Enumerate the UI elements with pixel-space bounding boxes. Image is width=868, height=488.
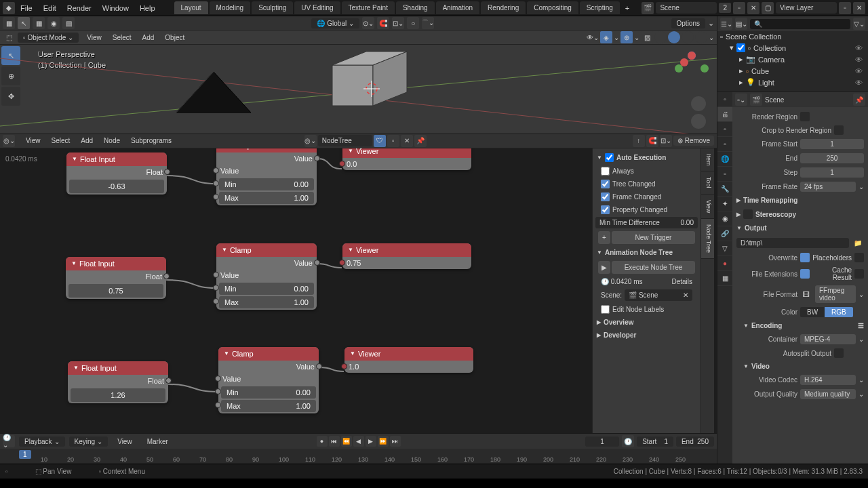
output-section[interactable]: Output xyxy=(745,224,767,232)
auto-exec-checkbox[interactable] xyxy=(605,153,614,162)
jump-end-icon[interactable]: ⏭ xyxy=(390,436,401,447)
node-menu-add[interactable]: Add xyxy=(75,134,98,147)
props-tab-world[interactable]: 🌐 xyxy=(717,152,732,167)
outliner-search[interactable]: 🔍 xyxy=(750,19,850,29)
edit-labels-checkbox[interactable] xyxy=(601,305,610,314)
pan-icon[interactable] xyxy=(691,114,706,129)
gizmo-toggle-icon[interactable]: ◈ xyxy=(600,31,612,43)
node[interactable]: ▼Float InputFloat1.26 xyxy=(68,361,168,403)
editor-type-outliner-icon[interactable]: ☰⌄ xyxy=(720,18,732,30)
collapse-icon[interactable]: ▼ xyxy=(597,155,602,161)
solid-shading-icon[interactable] xyxy=(668,31,680,43)
tab-texture-paint[interactable]: Texture Paint xyxy=(342,1,395,14)
tree-item-light[interactable]: ▸💡Light👁 xyxy=(717,77,868,88)
tab-compositing[interactable]: Compositing xyxy=(527,1,578,14)
node-menu-select[interactable]: Select xyxy=(46,134,76,147)
snap-node-mode-icon[interactable]: ⊡⌄ xyxy=(660,135,672,147)
output-path-field[interactable]: D:\tmp\ xyxy=(736,238,849,248)
menu-file[interactable]: File xyxy=(15,1,38,15)
scene-delete-icon[interactable]: ✕ xyxy=(747,2,760,14)
menu-edit[interactable]: Edit xyxy=(38,1,62,15)
start-frame-field[interactable]: Start 1 xyxy=(637,436,673,447)
props-tab-texture[interactable]: ▦ xyxy=(717,271,732,286)
pivot-icon[interactable]: ⊙⌄ xyxy=(362,17,374,29)
min-time-diff-field[interactable]: Min Time Difference0.00 xyxy=(595,217,698,228)
node[interactable]: ▼Float InputFloat-0.63 xyxy=(66,152,167,195)
vtab-tool[interactable]: Tool xyxy=(701,171,714,195)
close-icon[interactable]: ✕ xyxy=(683,291,688,299)
vp-menu-view[interactable]: View xyxy=(81,31,107,44)
frame-changed-checkbox[interactable] xyxy=(601,192,610,201)
time-remap-section[interactable]: Time Remapping xyxy=(743,197,797,204)
props-tab-scene[interactable]: ▫ xyxy=(717,137,732,152)
tree-collection[interactable]: ▾▫Collection👁 xyxy=(717,42,868,54)
select-circle-icon[interactable]: ◉ xyxy=(47,17,60,29)
jump-prev-key-icon[interactable]: ⏪ xyxy=(341,436,352,447)
collapse-icon[interactable]: ▼ xyxy=(597,249,602,256)
viewport-3d[interactable]: ↖ ⊕ ✥ User Perspective (1) Collection | … xyxy=(0,45,717,134)
eye-icon[interactable]: 👁 xyxy=(855,79,863,87)
max-field[interactable]: Max1.00 xyxy=(219,192,314,204)
end-frame-field[interactable]: End 250 xyxy=(676,436,714,447)
codec-dropdown[interactable]: H.264 xyxy=(800,375,856,385)
preview-range-icon[interactable]: 🕐 xyxy=(622,435,634,447)
viewlayer-new-icon[interactable]: ▫ xyxy=(839,2,851,14)
playback-dropdown[interactable]: Playback ⌄ xyxy=(19,436,65,447)
crop-region-checkbox[interactable] xyxy=(834,125,844,135)
wireframe-shading-icon[interactable] xyxy=(654,31,667,43)
viewlayer-delete-icon[interactable]: ✕ xyxy=(853,2,865,14)
select-box-icon[interactable]: ▦ xyxy=(33,17,45,29)
details-link[interactable]: Details xyxy=(671,278,692,285)
color-bw-button[interactable]: BW xyxy=(800,307,825,317)
expand-icon[interactable]: ▶ xyxy=(597,319,601,325)
tab-rendering[interactable]: Rendering xyxy=(481,1,526,14)
overlays-toggle-icon[interactable]: ⊕ xyxy=(620,31,633,43)
pin-icon[interactable]: 📌 xyxy=(414,135,427,147)
nodetree-browse-icon[interactable]: ◎⌄ xyxy=(304,135,317,147)
editor-type-timeline-icon[interactable]: 🕐⌄ xyxy=(3,435,15,447)
tree-item-camera[interactable]: ▸📷Camera👁 xyxy=(717,54,868,65)
execute-tree-button[interactable]: Execute Node Tree xyxy=(612,261,695,274)
timeline-marker-menu[interactable]: Marker xyxy=(142,435,174,448)
tree-changed-checkbox[interactable] xyxy=(601,180,610,188)
node[interactable]: ▼Float InputFloat0.75 xyxy=(66,257,166,299)
file-format-dropdown[interactable]: FFmpeg video xyxy=(815,285,856,303)
stereo-checkbox[interactable] xyxy=(743,209,753,219)
video-section[interactable]: Video xyxy=(751,363,770,370)
nodetree-new-icon[interactable]: ▫ xyxy=(387,135,399,147)
max-field[interactable]: Max1.00 xyxy=(219,296,314,308)
mode-dropdown[interactable]: ▫ Object Mode ⌄ xyxy=(18,33,79,43)
eye-icon[interactable]: 👁 xyxy=(855,44,863,52)
viewlayer-icon[interactable]: ▢ xyxy=(762,2,774,14)
xray-icon[interactable]: ▨ xyxy=(641,31,653,43)
props-tab-modifier[interactable]: 🔧 xyxy=(717,182,732,197)
props-tab-constraint[interactable]: 🔗 xyxy=(717,226,732,241)
file-ext-checkbox[interactable] xyxy=(800,269,810,279)
timeline-view-menu[interactable]: View xyxy=(112,435,138,448)
render-region-checkbox[interactable] xyxy=(800,112,810,121)
autosplit-checkbox[interactable] xyxy=(834,348,844,358)
props-tab-physics[interactable]: ◉ xyxy=(717,211,732,226)
node-menu-view[interactable]: View xyxy=(20,134,46,147)
tab-modeling[interactable]: Modeling xyxy=(210,1,251,14)
menu-window[interactable]: Window xyxy=(97,1,134,15)
tab-layout[interactable]: Layout xyxy=(174,1,208,14)
overwrite-checkbox[interactable] xyxy=(800,253,810,262)
current-frame-field[interactable]: 1 xyxy=(585,436,619,447)
snap-node-icon[interactable]: 🧲 xyxy=(646,135,658,147)
always-checkbox[interactable] xyxy=(601,167,610,176)
min-field[interactable]: Min0.00 xyxy=(221,386,316,399)
float-value-field[interactable]: -0.63 xyxy=(69,180,164,193)
remove-button[interactable]: ⊗ Remove xyxy=(673,136,714,146)
nav-gizmo[interactable] xyxy=(675,52,709,85)
jump-start-icon[interactable]: ⏮ xyxy=(329,436,340,447)
visibility-icon[interactable]: 👁⌄ xyxy=(587,31,599,43)
vp-menu-object[interactable]: Object xyxy=(159,31,190,44)
property-changed-checkbox[interactable] xyxy=(601,205,610,214)
cursor-tool-icon[interactable]: ↖ xyxy=(18,17,30,29)
editor-type-icon[interactable]: ▦ xyxy=(3,17,15,29)
max-field[interactable]: Max1.00 xyxy=(221,400,316,412)
container-dropdown[interactable]: MPEG-4 xyxy=(800,334,856,344)
options-dropdown[interactable]: Options xyxy=(671,18,705,28)
cache-result-checkbox[interactable] xyxy=(854,269,864,279)
